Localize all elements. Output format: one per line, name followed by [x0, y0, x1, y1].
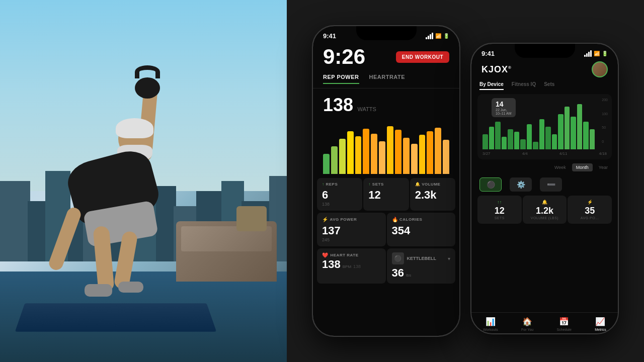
nav-fitness-iq[interactable]: Fitness IQ: [512, 81, 536, 90]
chart-bar: [363, 129, 369, 174]
end-workout-button[interactable]: END WORKOUT: [396, 51, 449, 63]
heart-rate-label: HEART RATE: [331, 253, 359, 257]
nav-for-you[interactable]: 🏠 For You: [521, 317, 533, 331]
reps-label: REPS: [326, 182, 338, 187]
y-label-0: 0: [602, 140, 608, 143]
volume-label: VOLUME: [422, 182, 440, 187]
x-label-1: 3/27: [482, 151, 491, 156]
p2-sets-value: 12: [482, 206, 517, 216]
tab-rep-power[interactable]: REP POWER: [323, 74, 359, 84]
nav-schedule[interactable]: 📅 Schedule: [557, 317, 572, 331]
chart-bar: [323, 154, 330, 174]
p2-volume-value: 1.2k: [528, 206, 562, 216]
schedule-icon: 📅: [559, 317, 569, 326]
device-dumbbell[interactable]: ⚙️: [510, 177, 532, 192]
y-label-50: 50: [602, 126, 608, 129]
chart-bar: [379, 141, 385, 174]
x-label-2: 4/4: [522, 151, 528, 156]
heart-rate-sub: 138: [353, 264, 361, 269]
calories-value: 354: [392, 224, 451, 237]
app-logo: KJOX®: [481, 64, 512, 75]
chart-bar: [403, 138, 410, 174]
volume-value: 2.3k: [415, 189, 450, 202]
tab-heartrate[interactable]: HEARTRATE: [369, 74, 406, 84]
chart-bar: [419, 135, 426, 174]
analytics-bar: [508, 129, 513, 149]
chart-bar: [371, 134, 377, 174]
nav-workouts[interactable]: 📊 Workouts: [483, 317, 498, 331]
watts-value: 138: [323, 95, 353, 115]
p2-sets-card: ↑↑ 12 SETS: [477, 196, 522, 224]
nav-metrics[interactable]: 📈 Metrics: [595, 317, 606, 331]
kettlebell-sub: lbs: [406, 273, 411, 278]
p2-wifi-icon: 📶: [594, 51, 600, 56]
signal-icon: [426, 33, 433, 39]
user-avatar[interactable]: [592, 61, 608, 77]
device-kettlebell[interactable]: ⚫: [479, 177, 502, 192]
period-month[interactable]: Month: [572, 163, 593, 171]
reps-card: ↑ REPS 6 138: [317, 178, 362, 211]
analytics-bar: [571, 117, 576, 149]
workouts-label: Workouts: [483, 328, 498, 331]
devices-row: ⚫ ⚙️ ➖: [471, 175, 618, 196]
heart-rate-value: 138: [322, 258, 341, 271]
p2-volume-card: 🔔 1.2k VOLUME (LBS): [523, 196, 567, 224]
analytics-bar: [558, 114, 564, 149]
kettlebell-card: ⚫ KETTLEBELL ▾ 36 lbs: [387, 248, 456, 284]
analytics-chart: 14 22 Jun, 10–11 AM 200 100 50 0 3/27 4/…: [477, 94, 612, 159]
device-barbell[interactable]: ➖: [540, 177, 562, 192]
for-you-icon: 🏠: [522, 317, 532, 326]
analytics-bar: [565, 107, 570, 149]
nav-by-device[interactable]: By Device: [479, 81, 504, 90]
p2-avgpower-label: AVG PO...: [573, 216, 607, 220]
workout-photo: [0, 0, 287, 362]
metrics-label: Metrics: [595, 328, 606, 331]
chart-bar: [443, 140, 449, 174]
kettlebell-value: 36: [392, 266, 404, 280]
analytics-bar: [514, 132, 520, 149]
chevron-down-icon[interactable]: ▾: [448, 256, 450, 261]
rep-power-chart: [313, 118, 459, 178]
analytics-bar: [533, 142, 538, 149]
avg-power-sub: 245: [322, 237, 381, 242]
sets-card: ↑ SETS 12: [363, 178, 409, 211]
bottom-navigation: 📊 Workouts 🏠 For You 📅 Schedule 📈 Metric…: [471, 312, 618, 333]
wifi-icon: 📶: [435, 33, 441, 39]
avg-power-card: ⚡ AVG POWER 137 245: [317, 213, 386, 246]
chart-bar: [387, 126, 393, 174]
period-year[interactable]: Year: [595, 163, 612, 171]
phone-notch-2: [515, 44, 575, 58]
period-week[interactable]: Week: [550, 163, 570, 171]
sets-label: SETS: [372, 182, 384, 187]
x-label-3: 4/11: [559, 151, 568, 156]
p2-battery-icon: 🔋: [602, 51, 608, 56]
y-label-200: 200: [602, 98, 608, 102]
p2-avgpower-card: ⚡ 35 AVG PO...: [568, 196, 612, 224]
chart-bar: [411, 144, 418, 174]
schedule-label: Schedule: [557, 328, 572, 331]
heart-rate-card: ❤️ HEART RATE 138 BPM 138: [317, 248, 386, 284]
analytics-bar: [590, 129, 595, 149]
chart-tooltip: 14 22 Jun, 10–11 AM: [492, 98, 516, 117]
analytics-bar: [545, 127, 551, 149]
p2-signal-icon: [584, 50, 592, 57]
nav-sets[interactable]: Sets: [544, 81, 554, 90]
analytics-bar: [489, 127, 495, 149]
calories-card: 🔥 CALORIES 354: [387, 213, 456, 246]
chart-bar: [347, 131, 354, 174]
analytics-bar: [502, 137, 507, 149]
heart-rate-unit: BPM: [343, 264, 351, 269]
chart-bar: [435, 128, 441, 174]
p2-volume-label: VOLUME (LBS): [528, 216, 562, 220]
workouts-icon: 📊: [486, 317, 496, 326]
reps-value: 6: [322, 189, 357, 202]
analytics-bar: [520, 139, 526, 149]
analytics-bar: [495, 122, 501, 149]
analytics-bar: [539, 119, 545, 149]
chart-bar: [427, 131, 433, 174]
chart-bar: [395, 130, 401, 174]
p2-sets-label: SETS: [482, 216, 517, 220]
phone-1: 9:41 📶 🔋 9:26 END WORKOUT: [312, 25, 460, 337]
app-screenshots: 9:41 📶 🔋 9:26 END WORKOUT: [287, 0, 644, 362]
y-label-100: 100: [602, 112, 608, 116]
